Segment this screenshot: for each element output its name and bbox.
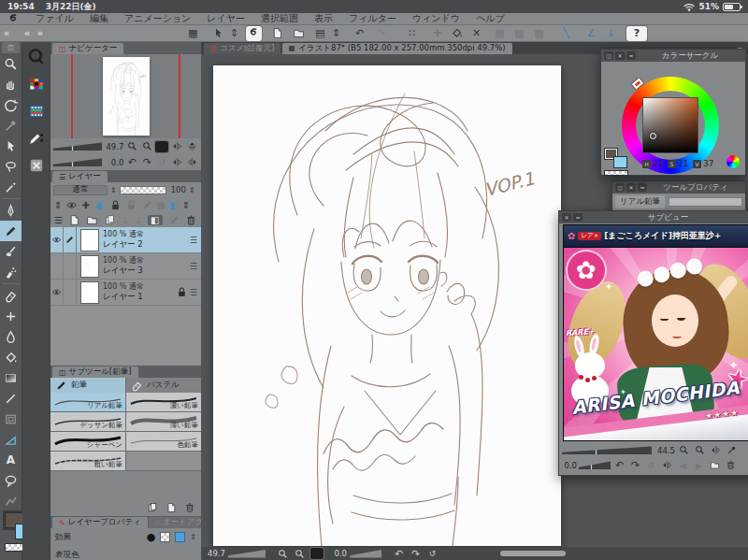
eraser-tool[interactable]: [0, 285, 22, 306]
bar-updown-button[interactable]: ⇕: [226, 26, 242, 41]
opacity-stepper-icon[interactable]: ⇕: [189, 186, 195, 194]
help-button[interactable]: ?: [626, 26, 647, 41]
subview-prev-button[interactable]: ◀: [676, 459, 690, 471]
open-file-button[interactable]: [291, 26, 307, 41]
layer-row-3[interactable]: 100 % 通常 レイヤー 3 ☰: [50, 253, 201, 280]
scale-down-button[interactable]: ▩: [511, 26, 527, 41]
balloon-tool[interactable]: [0, 470, 22, 491]
visibility-cell[interactable]: [50, 253, 64, 279]
visibility-cell[interactable]: [50, 280, 64, 305]
transparent-swatch[interactable]: [604, 170, 628, 176]
snap-ruler-button[interactable]: ╲: [558, 26, 574, 41]
bottom-zoom-out-button[interactable]: [276, 548, 290, 560]
undo-button[interactable]: ↶: [352, 26, 367, 41]
selection-tool[interactable]: [0, 156, 22, 177]
two-pane-toggle-icon[interactable]: ◧: [148, 215, 162, 225]
document-tab-inactive[interactable]: コスメ絵[復元]: [204, 43, 280, 54]
subtool-item-dark-pencil[interactable]: 濃い鉛筆: [126, 393, 201, 411]
subview-delete-button[interactable]: [724, 459, 738, 471]
gradient-tool[interactable]: [0, 367, 22, 388]
animation-cels-palette-button[interactable]: [22, 98, 50, 123]
menu-edit[interactable]: 編集: [90, 12, 108, 25]
touch-gesture-button[interactable]: [210, 26, 226, 41]
layer-row-2[interactable]: 100 % 通常 レイヤー 2 ☰: [50, 227, 201, 253]
duplicate-layer-icon[interactable]: [104, 214, 116, 226]
fill-button[interactable]: [449, 26, 465, 41]
new-folder-icon[interactable]: [86, 214, 98, 226]
sv-selector[interactable]: [650, 133, 656, 139]
rotate-right-button[interactable]: ↷: [140, 156, 153, 168]
editing-cell[interactable]: [64, 227, 77, 252]
zoom-tool[interactable]: [0, 53, 22, 74]
menu-selection[interactable]: 選択範囲: [261, 12, 298, 25]
menu-help[interactable]: ヘルプ: [476, 12, 505, 25]
edit-mask-icon[interactable]: [168, 214, 180, 226]
fit-to-screen-button[interactable]: [155, 140, 168, 152]
tone-icon[interactable]: ▦: [157, 200, 165, 210]
subview-zoom-out-button[interactable]: [677, 444, 691, 456]
collapse-dock-icon[interactable]: «: [21, 28, 34, 38]
flip-view-left-button[interactable]: [170, 156, 183, 168]
visibility-cell[interactable]: [50, 227, 64, 252]
color-set-palette-button[interactable]: [22, 71, 50, 96]
flip-horizontal-button[interactable]: [170, 140, 183, 152]
blend-stepper-icon[interactable]: ⇕: [110, 186, 117, 194]
scale-up-button[interactable]: ▩: [492, 26, 508, 41]
bottom-fit-button[interactable]: [309, 548, 324, 560]
bottom-rotate-right-button[interactable]: ↷: [409, 548, 423, 560]
layer-color-effect-icon[interactable]: [175, 532, 185, 542]
subview-header[interactable]: ✕ ━ サブビュー: [559, 211, 748, 223]
subtool-item-real-pencil[interactable]: リアル鉛筆: [50, 393, 125, 411]
fill-tool[interactable]: [0, 347, 22, 367]
new-subtool-icon[interactable]: [165, 502, 177, 513]
dock-panel-icon[interactable]: ◫: [615, 183, 625, 192]
clip-studio-button[interactable]: [246, 26, 262, 41]
document-tab-active[interactable]: イラスト87* (B5 182.00 x 257.00mm 350dpi 49.…: [282, 43, 511, 54]
menu-view[interactable]: 表示: [314, 12, 333, 25]
zoom-out-button[interactable]: [125, 140, 138, 152]
layer-row-1[interactable]: 100 % 通常 レイヤー 1 ☰: [50, 280, 201, 306]
brush-tool[interactable]: [0, 241, 22, 262]
pin-icon[interactable]: ✚: [81, 200, 89, 210]
layer-thumbnail[interactable]: [80, 229, 99, 251]
transfer-down-icon[interactable]: ↓: [121, 215, 128, 225]
subview-zoom-slider[interactable]: [562, 446, 652, 454]
collapse-tools-icon[interactable]: «: [0, 28, 13, 38]
subview-reset-button[interactable]: ↺: [644, 459, 658, 471]
opacity-slider[interactable]: [120, 186, 166, 194]
transform-button[interactable]: ✕: [468, 26, 484, 41]
layer-color-icon[interactable]: ◧: [169, 200, 178, 210]
bottom-reset-button[interactable]: ↺: [425, 548, 439, 560]
bottom-rotate-slider[interactable]: [350, 550, 381, 558]
pen-tool[interactable]: [0, 200, 22, 221]
menu-filter[interactable]: フィルター: [349, 12, 396, 25]
layer-handle-icon[interactable]: ☰: [190, 288, 197, 297]
pencil-tool-selected[interactable]: [0, 221, 22, 241]
tab-navigator[interactable]: ◫ ナビゲーター: [52, 43, 123, 54]
subtool-item-dessin-pencil[interactable]: デッサン鉛筆: [50, 412, 125, 431]
tab-subtool[interactable]: ◫ サブツール[鉛筆]: [52, 366, 138, 378]
operation-tool[interactable]: [0, 136, 22, 156]
close-icon[interactable]: ✕: [562, 213, 571, 222]
canvas-page[interactable]: [213, 65, 561, 546]
subview-next-button[interactable]: ▶: [692, 459, 706, 471]
color-circle-header[interactable]: ◫ ✕ ━ カラーサークル: [601, 50, 745, 62]
group-tab-pencil[interactable]: 鉛筆: [50, 378, 125, 393]
tab-layer-property[interactable]: ✎ レイヤープロパティ: [52, 517, 148, 528]
line-correct-tool[interactable]: [0, 491, 22, 511]
rotate-left-button[interactable]: ↶: [125, 156, 138, 168]
subview-eyedropper-button[interactable]: [725, 444, 739, 456]
lock-alpha-icon[interactable]: [125, 199, 137, 211]
bottom-zoom-in-button[interactable]: [293, 548, 307, 560]
rotate-canvas-tool[interactable]: [0, 94, 22, 115]
new-layer-icon[interactable]: [68, 214, 80, 226]
subview-rotate-left-button[interactable]: ↶: [612, 459, 626, 471]
subtool-item-mechanical-pencil[interactable]: シャーペン: [50, 432, 125, 451]
airbrush-tool[interactable]: [0, 262, 22, 282]
quick-access-palette-button[interactable]: [22, 44, 50, 69]
dock-panel-icon[interactable]: ◫: [604, 51, 613, 60]
layer-handle-icon[interactable]: ☰: [190, 236, 197, 245]
menu-animation[interactable]: アニメーション: [124, 12, 191, 25]
liquify-tool[interactable]: [0, 326, 22, 347]
minimize-icon[interactable]: ━: [638, 183, 647, 192]
